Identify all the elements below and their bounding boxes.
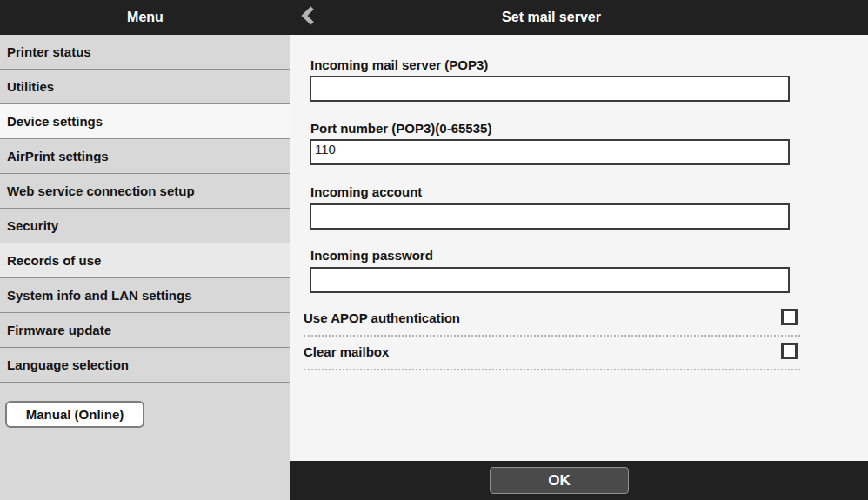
clear-mailbox-checkbox[interactable]	[781, 343, 798, 359]
sidebar-menu: Printer status Utilities Device settings…	[0, 35, 290, 500]
sidebar-item-language-selection[interactable]: Language selection	[0, 348, 290, 383]
incoming-mail-server-input[interactable]	[310, 76, 790, 102]
sidebar-item-records-of-use[interactable]: Records of use	[0, 243, 290, 278]
sidebar-item-utilities[interactable]: Utilities	[0, 70, 290, 104]
sidebar-item-security[interactable]: Security	[0, 209, 290, 243]
manual-online-button[interactable]: Manual (Online)	[5, 401, 144, 428]
ok-button[interactable]: OK	[490, 467, 629, 494]
menu-title: Menu	[0, 0, 290, 35]
apop-authentication-label: Use APOP authentication	[304, 310, 460, 325]
incoming-account-input[interactable]	[310, 203, 790, 230]
sidebar-item-system-info-lan-settings[interactable]: System info and LAN settings	[0, 278, 290, 313]
bottom-action-bar: OK	[290, 461, 868, 500]
page-title: Set mail server	[290, 0, 812, 35]
apop-authentication-row: Use APOP authentication	[304, 303, 800, 337]
port-number-input[interactable]	[310, 139, 790, 165]
sidebar-item-printer-status[interactable]: Printer status	[0, 35, 290, 70]
printer-web-ui: Menu Set mail server Printer status Util…	[0, 0, 868, 500]
sidebar-item-firmware-update[interactable]: Firmware update	[0, 313, 290, 348]
incoming-password-input[interactable]	[310, 267, 790, 293]
top-header: Menu Set mail server	[0, 0, 868, 35]
port-number-label: Port number (POP3)(0-65535)	[310, 121, 491, 136]
sidebar-item-device-settings[interactable]: Device settings	[0, 104, 290, 139]
apop-authentication-checkbox[interactable]	[781, 309, 798, 325]
clear-mailbox-row: Clear mailbox	[304, 337, 800, 370]
clear-mailbox-label: Clear mailbox	[304, 344, 389, 359]
set-mail-server-form: Incoming mail server (POP3) Port number …	[290, 35, 868, 461]
incoming-password-label: Incoming password	[310, 248, 433, 263]
sidebar-item-airprint-settings[interactable]: AirPrint settings	[0, 139, 290, 174]
incoming-mail-server-label: Incoming mail server (POP3)	[310, 57, 488, 72]
sidebar-item-web-service-connection-setup[interactable]: Web service connection setup	[0, 174, 290, 209]
incoming-account-label: Incoming account	[310, 184, 422, 199]
